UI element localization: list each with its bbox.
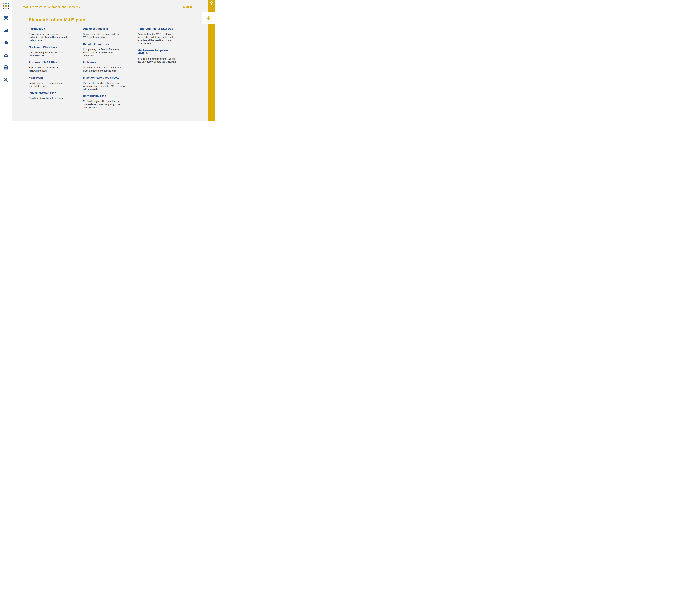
expand-icon[interactable] [3,16,8,21]
logo-square [8,5,9,6]
plan-element: Implementation Plan Detail the steps tha… [29,91,79,100]
logo-square [8,3,9,4]
element-heading: Goals and Objectives [29,45,79,49]
header-divider [23,12,192,12]
brand-logo [3,3,9,9]
element-body: Describe the goals and objectives of the… [29,51,79,57]
logo-square [3,3,4,4]
element-body: Explain how the results of the M&E will … [29,66,79,72]
element-body: List the indicators chosen to measure ea… [83,66,135,72]
logo-square [5,8,6,9]
element-body: Incorporate your Results Framework and p… [83,48,135,57]
arrow-up-icon [209,1,214,5]
element-body: Discuss who will have access to the M&E … [83,33,135,39]
element-heading: Reporting Plan & Data Use [137,27,186,30]
zoom-in-icon[interactable] [3,78,8,82]
next-section-button[interactable] [203,12,214,24]
slide-title: Elements of an M&E plan [29,17,85,22]
element-body: Include the mechanisms that you will use… [137,57,186,64]
element-heading: Data Quality Plan [83,94,135,97]
lesson-page: M&E Frameworks: Approach and Elements Sl… [0,0,214,121]
element-heading: Mechanisms to update M&E plan [137,49,186,55]
graduation-cap-icon[interactable] [3,41,8,45]
element-body: Describe how the M&E results will be rep… [137,33,186,45]
plan-element: Reporting Plan & Data Use Describe how t… [137,27,186,45]
sidebar-toolbar [0,16,12,82]
element-body: Explain why the plan was created, and wh… [29,33,79,42]
element-heading: Indicator Reference Sheets [83,76,135,79]
plan-element: Results Framework Incorporate your Resul… [83,42,135,57]
plan-element: Indicator Reference Sheets Prepare sheet… [83,76,135,91]
element-body: Explain how you will insure that the dat… [83,100,135,109]
element-heading: Results Framework [83,42,135,46]
logo-square [5,3,6,4]
plan-element: Mechanisms to update M&E plan Include th… [137,49,186,64]
course-title: M&E Frameworks: Approach and Elements [23,5,80,8]
logo-square [3,8,4,9]
plan-element: Audience Analysis Discuss who will have … [83,27,135,39]
logo-square [3,5,4,6]
slide-number: Slide 9 [183,5,192,8]
arrow-down-icon [206,16,211,20]
download-icon[interactable] [3,53,8,58]
element-body: Prepare sheets where the indicator value… [83,82,135,91]
element-body: Detail the steps that will be taken [29,97,79,100]
logo-square [5,5,6,6]
print-icon[interactable] [3,65,8,70]
element-heading: M&E Team [29,76,79,79]
plan-element: Indicators List the indicators chosen to… [83,61,135,72]
column-1: Introduction Explain why the plan was cr… [29,27,79,104]
element-heading: Audience Analysis [83,27,135,30]
element-heading: Indicators [83,61,135,64]
element-heading: Introduction [29,27,79,30]
plan-element: Data Quality Plan Explain how you will i… [83,94,135,109]
column-2: Audience Analysis Discuss who will have … [83,27,135,113]
previous-section-button[interactable] [209,1,214,5]
column-3: Reporting Plan & Data Use Describe how t… [137,27,186,67]
plan-element: Introduction Explain why the plan was cr… [29,27,79,42]
plan-element: Purpose of M&E Plan Explain how the resu… [29,61,79,72]
sidebar [0,0,12,121]
plan-element: Goals and Objectives Describe the goals … [29,45,79,57]
element-heading: Implementation Plan [29,91,79,94]
plan-element: M&E Team Include who will be engaged and… [29,76,79,88]
element-heading: Purpose of M&E Plan [29,61,79,64]
notes-icon[interactable] [3,28,8,33]
element-body: Include who will be engaged and who will… [29,82,79,88]
logo-square [8,8,9,9]
